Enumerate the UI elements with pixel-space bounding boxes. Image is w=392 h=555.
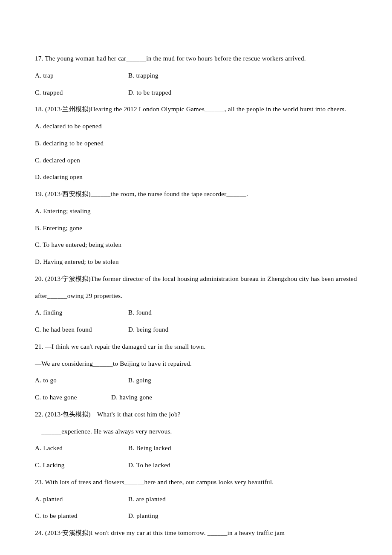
q24-text-pre: 24. (2013·安溪模拟)I won't drive my car at t… xyxy=(35,529,208,536)
q21-option-b: B. going xyxy=(128,372,151,389)
q17-option-d: D. to be trapped xyxy=(128,84,171,101)
q19-option-a: A. Entering; stealing xyxy=(35,203,357,220)
q23-options-ab: A. planted B. are planted xyxy=(35,491,357,508)
q17-option-a: A. trap xyxy=(35,67,127,84)
q19-option-b: B. Entering; gone xyxy=(35,220,357,237)
question-22-line2: —______experience. He was always very ne… xyxy=(35,423,357,440)
q20-option-c: C. he had been found xyxy=(35,321,127,338)
q19-text-post: . xyxy=(246,191,248,197)
q20-option-b: B. found xyxy=(128,304,152,321)
question-18: 18. (2013·兰州模拟)Hearing the 2012 London O… xyxy=(35,101,357,118)
question-23: 23. With lots of trees and flowers______… xyxy=(35,474,357,491)
q22-line2-post: experience. He was always very nervous. xyxy=(61,428,172,435)
q17-option-b: B. trapping xyxy=(128,67,159,84)
q21-option-c: C. to have gone xyxy=(35,389,110,406)
q22-line2-pre: — xyxy=(35,428,41,435)
q20-option-d: D. being found xyxy=(128,321,169,338)
q24-text-post: in a heavy traffic jam xyxy=(228,529,285,536)
question-21-line1: 21. —I think we can't repair the damaged… xyxy=(35,338,357,356)
q21-option-d: D. having gone xyxy=(111,389,152,406)
q23-text-post: here and there, our campus looks very be… xyxy=(144,479,274,486)
question-24: 24. (2013·安溪模拟)I won't drive my car at t… xyxy=(35,525,357,542)
q17-blank: ______ xyxy=(126,55,146,62)
q22-options-ab: A. Lacked B. Being lacked xyxy=(35,440,357,457)
q18-text-pre: 18. (2013·兰州模拟)Hearing the 2012 London O… xyxy=(35,106,205,113)
q22-options-cd: C. Lacking D. To be lacked xyxy=(35,457,357,474)
q17-option-c: C. trapped xyxy=(35,84,127,101)
q18-option-b: B. declaring to be opened xyxy=(35,135,357,152)
q20-options-ab: A. finding B. found xyxy=(35,304,357,321)
q18-option-d: D. declaring open xyxy=(35,169,357,186)
exam-page: 17. The young woman had her car______in … xyxy=(0,0,392,555)
q21-options-cd: C. to have gone D. having gone xyxy=(35,389,357,406)
q19-option-d: D. Having entered; to be stolen xyxy=(35,254,357,271)
q20-text-post: owing 29 properties. xyxy=(67,292,123,299)
q19-blank1: ______ xyxy=(91,191,111,197)
q22-blank: ______ xyxy=(41,428,61,435)
q22-option-a: A. Lacked xyxy=(35,440,127,457)
q21-options-ab: A. to go B. going xyxy=(35,372,357,389)
q22-option-d: D. To be lacked xyxy=(128,457,170,474)
q23-options-cd: C. to be planted D. planting xyxy=(35,508,357,525)
q23-option-a: A. planted xyxy=(35,491,127,508)
question-22-line1: 22. (2013·包头模拟)—What's it that cost him … xyxy=(35,406,357,423)
question-17: 17. The young woman had her car______in … xyxy=(35,50,357,67)
q22-option-c: C. Lacking xyxy=(35,457,127,474)
question-19: 19. (2013·西安模拟)______the room, the nurse… xyxy=(35,186,357,203)
question-21-line2: —We are considering______to Beijing to h… xyxy=(35,356,357,373)
q18-option-a: A. declared to be opened xyxy=(35,118,357,135)
q21-line2-pre: —We are considering xyxy=(35,360,93,367)
q18-text-post: , all the people in the world burst into… xyxy=(225,106,346,113)
q17-text-post: in the mud for two hours before the resc… xyxy=(146,55,306,62)
q17-options-cd: C. trapped D. to be trapped xyxy=(35,84,357,101)
q17-options-ab: A. trap B. trapping xyxy=(35,67,357,84)
q23-option-d: D. planting xyxy=(128,508,159,525)
q20-options-cd: C. he had been found D. being found xyxy=(35,321,357,338)
q18-blank: ______ xyxy=(205,106,225,113)
q23-option-c: C. to be planted xyxy=(35,508,127,525)
q21-option-a: A. to go xyxy=(35,372,127,389)
q20-option-a: A. finding xyxy=(35,304,127,321)
q20-blank: ______ xyxy=(47,292,67,299)
q23-blank: ______ xyxy=(124,479,144,486)
q17-text-pre: 17. The young woman had her car xyxy=(35,55,126,62)
q23-text-pre: 23. With lots of trees and flowers xyxy=(35,479,124,486)
q19-blank2: ______ xyxy=(227,191,247,197)
q22-option-b: B. Being lacked xyxy=(128,440,171,457)
q23-option-b: B. are planted xyxy=(128,491,166,508)
q19-option-c: C. To have entered; being stolen xyxy=(35,237,357,254)
question-20: 20. (2013·宁波模拟)The former director of th… xyxy=(35,271,357,305)
q21-line2-post: to Beijing to have it repaired. xyxy=(113,360,192,367)
q18-option-c: C. declared open xyxy=(35,152,357,169)
q19-text-pre: 19. (2013·西安模拟) xyxy=(35,191,91,197)
q19-text-mid: the room, the nurse found the tape recor… xyxy=(111,191,227,197)
q21-blank: ______ xyxy=(93,360,113,367)
q24-blank: ______ xyxy=(208,529,228,536)
